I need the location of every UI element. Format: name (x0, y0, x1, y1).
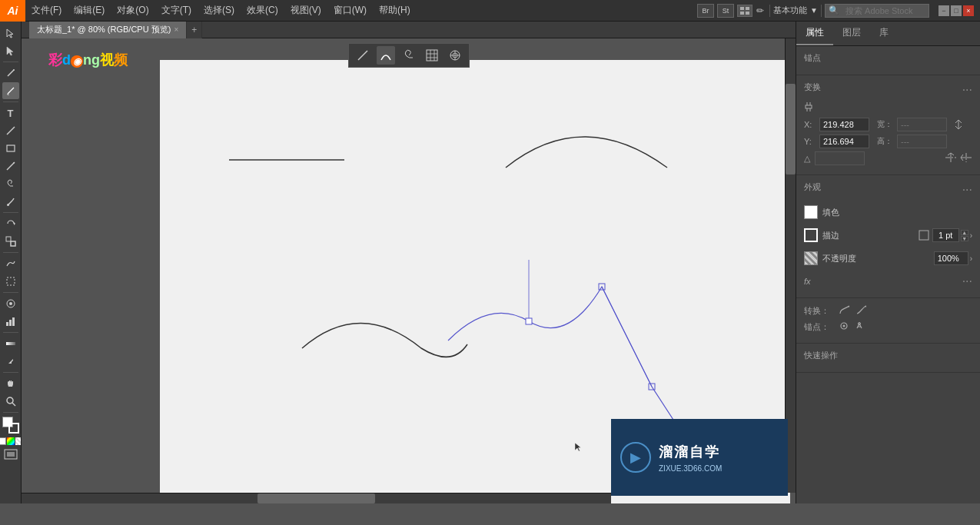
menu-text[interactable]: 文字(T) (155, 0, 198, 21)
grid-view-btn[interactable] (737, 5, 752, 17)
screen-mode-btn[interactable] (4, 449, 18, 462)
dropper-tool[interactable] (2, 353, 19, 370)
x-input[interactable] (819, 118, 869, 131)
menu-window[interactable]: 窗口(W) (327, 0, 373, 21)
corner-convert-btn[interactable] (839, 304, 851, 317)
new-tab-btn[interactable]: + (187, 22, 202, 38)
color-swatches[interactable] (2, 417, 19, 434)
preset-dropdown[interactable]: ▼ (810, 6, 818, 15)
color-mode-buttons (0, 437, 22, 445)
appearance-menu[interactable]: ··· (962, 183, 972, 197)
stroke-value-container (932, 228, 959, 242)
selection-tool[interactable] (2, 25, 19, 42)
close-btn[interactable]: × (963, 5, 974, 16)
spiral-segment-tool[interactable] (400, 46, 418, 65)
color-fill-btn[interactable] (7, 437, 15, 445)
angle-row: △ (804, 151, 972, 165)
menu-help[interactable]: 帮助(H) (373, 0, 417, 21)
knife-tool[interactable] (2, 158, 19, 174)
arc-tool[interactable] (377, 46, 395, 65)
h-scrollbar[interactable] (22, 493, 611, 503)
anchor-section: 锚点 (796, 46, 980, 75)
opacity-expand-btn[interactable]: › (970, 254, 972, 263)
tool-sep-6 (3, 332, 18, 333)
appearance-section: 外观 ··· 填色 描边 ▲ (796, 175, 980, 298)
flip-v-btn[interactable] (960, 152, 972, 165)
restore-btn[interactable]: □ (951, 5, 962, 16)
menu-view[interactable]: 视图(V) (284, 0, 327, 21)
gradient-tool[interactable] (2, 335, 19, 352)
constrain-btn[interactable] (952, 118, 965, 131)
fill-label: 填色 (822, 207, 839, 218)
line-segment-tool[interactable] (354, 46, 372, 65)
none-fill-btn[interactable] (15, 437, 22, 445)
svg-rect-6 (7, 145, 15, 151)
tool-sep-8 (3, 412, 18, 413)
stroke-value-input[interactable] (932, 228, 959, 242)
warp-tool[interactable] (2, 255, 19, 272)
transform-menu[interactable]: ··· (962, 83, 972, 97)
stroke-menu-btn[interactable] (917, 228, 931, 242)
pencil-tool[interactable] (2, 82, 19, 99)
menu-select[interactable]: 选择(S) (198, 0, 241, 21)
width-input[interactable] (897, 118, 947, 131)
height-input[interactable] (897, 135, 947, 148)
menu-effect[interactable]: 效果(C) (241, 0, 284, 21)
stroke-swatch[interactable] (804, 228, 818, 242)
active-tab[interactable]: 太标题_1* @ 80% (RGB/CPU 预览) × (29, 22, 187, 38)
fx-menu[interactable]: ··· (962, 274, 972, 288)
symbol-tool[interactable] (2, 295, 19, 312)
separator2 (821, 5, 822, 17)
fill-swatch[interactable] (804, 205, 818, 219)
hand-tool[interactable] (2, 375, 19, 392)
anchor2-label: 锚点： (804, 321, 829, 333)
grid-tool[interactable] (423, 46, 441, 65)
bar-chart-tool[interactable] (2, 313, 19, 330)
tool-sep-7 (3, 372, 18, 373)
transform2-icons (839, 304, 868, 317)
stroke-spinner[interactable]: ▲ ▼ (961, 230, 968, 241)
anchor-convert-btn[interactable] (854, 321, 865, 334)
y-input[interactable] (819, 135, 869, 148)
spiral-tool[interactable] (2, 175, 19, 192)
free-transform-tool[interactable] (2, 273, 19, 290)
smooth-convert-btn[interactable] (855, 304, 868, 317)
rect-tool[interactable] (2, 140, 19, 157)
stock-btn[interactable]: St (717, 4, 734, 18)
anchor-point-btn[interactable] (839, 321, 849, 334)
svg-rect-18 (12, 317, 15, 326)
scale-tool[interactable] (2, 233, 19, 250)
line-tool[interactable] (2, 122, 19, 139)
fill-row: 填色 (804, 202, 972, 222)
tab-close-btn[interactable]: × (174, 25, 178, 34)
pen-tool-btn[interactable]: ✏ (754, 5, 766, 17)
search-input[interactable] (841, 4, 925, 18)
stroke-expand-btn[interactable]: › (970, 231, 972, 240)
svg-rect-13 (7, 277, 15, 285)
pen-tool[interactable] (2, 65, 19, 81)
paintbrush-tool[interactable] (2, 193, 19, 210)
white-fill-btn[interactable] (0, 437, 6, 445)
rotate-tool[interactable] (2, 215, 19, 232)
direct-selection-tool[interactable] (2, 42, 19, 59)
menu-object[interactable]: 对象(O) (111, 0, 154, 21)
tab-library[interactable]: 库 (870, 22, 898, 45)
flip-h-btn[interactable] (945, 152, 957, 165)
tab-layers[interactable]: 图层 (833, 22, 870, 45)
menu-file[interactable]: 文件(F) (25, 0, 68, 21)
quick-actions-title: 快速操作 (804, 350, 972, 361)
bridge-btn[interactable]: Br (697, 4, 714, 18)
stroke-color[interactable] (8, 423, 19, 434)
menu-edit[interactable]: 编辑(E) (68, 0, 111, 21)
v-scroll-thumb[interactable] (786, 84, 796, 174)
angle-input[interactable] (815, 151, 865, 165)
tab-properties[interactable]: 属性 (796, 22, 833, 45)
opacity-input[interactable] (934, 251, 968, 265)
toolbox: T (0, 22, 22, 503)
h-scroll-thumb[interactable] (257, 493, 375, 503)
type-tool[interactable]: T (2, 105, 19, 121)
zoom-tool[interactable] (2, 393, 19, 410)
minimize-btn[interactable]: − (938, 5, 949, 16)
polar-grid-tool[interactable] (446, 46, 464, 65)
opacity-icon[interactable] (804, 251, 818, 265)
